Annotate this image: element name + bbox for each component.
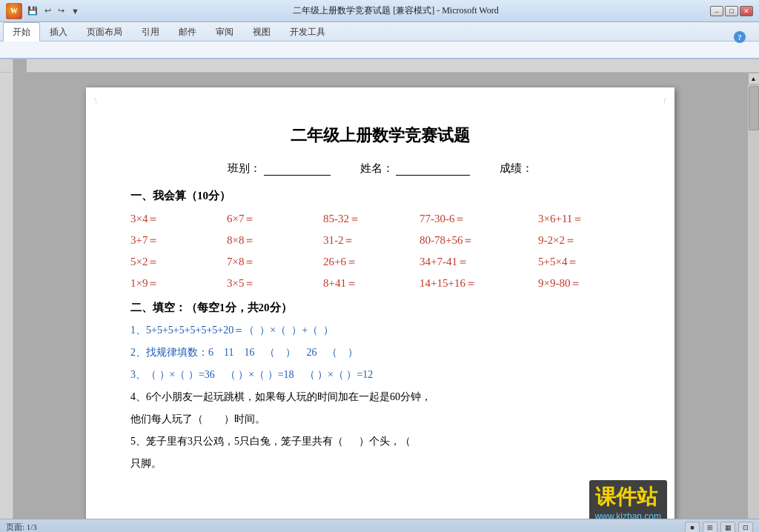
help-icon[interactable]: ? (734, 31, 746, 43)
page-indicator: 页面: 1/3 (6, 522, 37, 532)
undo-button[interactable]: ↩ (42, 5, 53, 16)
math-item-4-4: 14+15+16＝ (420, 276, 538, 290)
close-button[interactable]: ✕ (740, 6, 753, 16)
name-label: 姓名： (360, 162, 471, 176)
window-controls: – □ ✕ (710, 6, 753, 16)
math-item-2-3: 31-2＝ (323, 233, 420, 247)
section1-title: 一、我会算（10分） (130, 189, 630, 203)
fill-item-4a: 4、6个小朋友一起玩跳棋，如果每人玩的时间加在一起是60分钟， (130, 390, 630, 404)
doc-content[interactable]: ┐ ┌ 二年级上册数学竞赛试题 班别： 姓名： (13, 73, 747, 519)
math-row-1: 3×4＝ 6×7＝ 85-32＝ 77-30-6＝ 3×6+11＝ (130, 212, 630, 226)
corner-mark-tl: ┐ (93, 95, 99, 103)
math-item-1-1: 3×4＝ (130, 212, 227, 226)
math-item-3-1: 5×2＝ (130, 255, 227, 269)
math-item-1-4: 77-30-6＝ (420, 212, 538, 226)
math-item-2-4: 80-78+56＝ (420, 233, 538, 247)
watermark: 课件站 www.kjzhan.com (589, 480, 667, 519)
tab-view[interactable]: 视图 (243, 22, 280, 41)
main-area: ┐ ┌ 二年级上册数学竞赛试题 班别： 姓名： (0, 59, 759, 519)
scrollbar-vertical[interactable]: ▲ (747, 73, 759, 519)
math-item-4-1: 1×9＝ (130, 276, 227, 290)
corner-mark-tr: ┌ (662, 95, 667, 103)
doc-wrapper: ┐ ┌ 二年级上册数学竞赛试题 班别： 姓名： (0, 59, 759, 519)
math-item-1-3: 85-32＝ (323, 212, 420, 226)
ruler-right-cap (747, 59, 759, 73)
fill-item-4b: 他们每人玩了（ ）时间。 (130, 413, 630, 426)
doc-title: 二年级上册数学竞赛试题 (130, 124, 630, 147)
view-outline-button[interactable]: ⊡ (738, 522, 753, 533)
fill-item-1: 1、5+5+5+5+5+5+5+20＝（ ）×（ ）+（ ） (130, 324, 630, 337)
ribbon-content: ? (0, 41, 759, 58)
status-right: ■ ⊞ ▦ ⊡ (685, 522, 753, 533)
watermark-main: 课件站 (595, 483, 661, 511)
math-item-2-2: 8×8＝ (227, 233, 323, 247)
scroll-thumb[interactable] (749, 86, 759, 130)
tab-insert[interactable]: 插入 (40, 22, 77, 41)
watermark-sub: www.kjzhan.com (595, 511, 661, 519)
doc-scroll-area: ┐ ┌ 二年级上册数学竞赛试题 班别： 姓名： (0, 73, 759, 519)
math-item-1-2: 6×7＝ (227, 212, 323, 226)
save-button[interactable]: 💾 (25, 5, 40, 16)
class-label: 班别： (228, 162, 331, 176)
math-item-4-5: 9×9-80＝ (538, 276, 581, 290)
math-item-3-4: 34+7-41＝ (420, 255, 538, 269)
tab-home[interactable]: 开始 (3, 22, 40, 41)
tab-mailings[interactable]: 邮件 (169, 22, 206, 41)
fill-item-2: 2、找规律填数：6 11 16 （ ） 26 （ ） (130, 346, 630, 359)
dropdown-button[interactable]: ▼ (69, 6, 82, 16)
quick-access: 💾 ↩ ↪ ▼ (25, 5, 82, 16)
title-bar: W 💾 ↩ ↪ ▼ 二年级上册数学竞赛试题 [兼容模式] - Microsoft… (0, 0, 759, 22)
section2-title: 二、填空：（每空1分，共20分） (130, 301, 630, 315)
name-underline (396, 162, 470, 176)
tab-review[interactable]: 审阅 (206, 22, 243, 41)
view-fullscreen-button[interactable]: ⊞ (703, 522, 717, 533)
math-item-3-5: 5+5×4＝ (538, 255, 578, 269)
math-item-2-1: 3+7＝ (130, 233, 227, 247)
ribbon: 开始 插入 页面布局 引用 邮件 审阅 视图 开发工具 ? (0, 22, 759, 59)
view-print-button[interactable]: ■ (685, 522, 700, 533)
math-item-3-2: 7×8＝ (227, 255, 323, 269)
class-underline (264, 162, 331, 176)
office-logo: W (6, 3, 22, 19)
minimize-button[interactable]: – (710, 6, 723, 16)
score-label: 成绩： (500, 162, 533, 176)
math-item-4-2: 3×5＝ (227, 276, 323, 290)
document-page: ┐ ┌ 二年级上册数学竞赛试题 班别： 姓名： (86, 87, 675, 519)
maximize-button[interactable]: □ (725, 6, 738, 16)
title-bar-left: W 💾 ↩ ↪ ▼ (6, 3, 82, 19)
redo-button[interactable]: ↪ (56, 5, 67, 16)
tab-developer[interactable]: 开发工具 (280, 22, 335, 41)
ribbon-tabs: 开始 插入 页面布局 引用 邮件 审阅 视图 开发工具 (0, 22, 759, 41)
tab-pagelayout[interactable]: 页面布局 (77, 22, 132, 41)
view-web-button[interactable]: ▦ (720, 522, 735, 533)
scroll-up-button[interactable]: ▲ (748, 73, 760, 84)
fill-item-5a: 5、笼子里有3只公鸡，5只白兔，笼子里共有（ ）个头，（ (130, 435, 630, 448)
fill-item-3: 3、（ ）×（ ）=36 （ ）×（ ）=18 （ ）×（ ）=12 (130, 368, 630, 382)
tab-references[interactable]: 引用 (132, 22, 169, 41)
math-item-4-3: 8+41＝ (323, 276, 420, 290)
ruler-vertical (0, 73, 13, 519)
status-bar: 页面: 1/3 ■ ⊞ ▦ ⊡ (0, 519, 759, 532)
math-row-3: 5×2＝ 7×8＝ 26+6＝ 34+7-41＝ 5+5×4＝ (130, 255, 630, 269)
math-item-1-5: 3×6+11＝ (538, 212, 583, 226)
math-row-2: 3+7＝ 8×8＝ 31-2＝ 80-78+56＝ 9-2×2＝ (130, 233, 630, 247)
math-item-3-3: 26+6＝ (323, 255, 420, 269)
window-title: 二年级上册数学竞赛试题 [兼容模式] - Microsoft Word (82, 4, 710, 17)
fill-item-5b: 只脚。 (130, 457, 630, 471)
section2: 二、填空：（每空1分，共20分） 1、5+5+5+5+5+5+5+20＝（ ）×… (130, 301, 630, 471)
doc-fields: 班别： 姓名： 成绩： (130, 162, 630, 176)
math-item-2-5: 9-2×2＝ (538, 233, 576, 247)
ruler-horizontal (27, 59, 747, 73)
math-row-4: 1×9＝ 3×5＝ 8+41＝ 14+15+16＝ 9×9-80＝ (130, 276, 630, 290)
ruler-corner (0, 59, 13, 73)
